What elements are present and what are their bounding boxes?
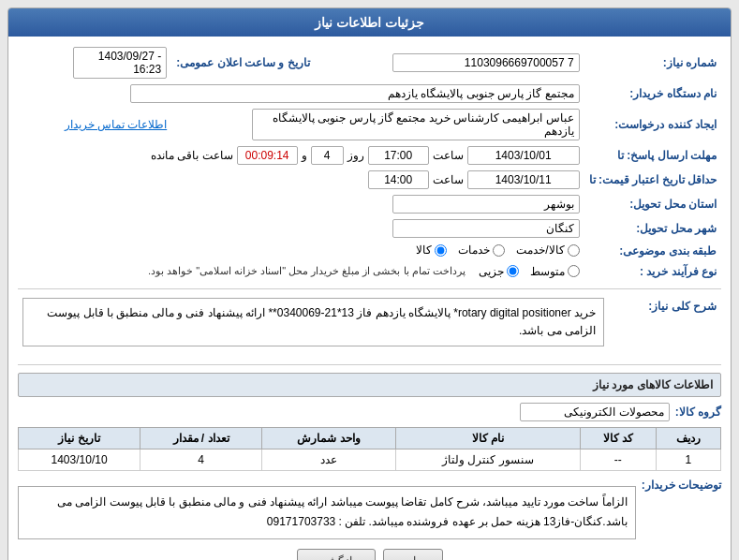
sharh-koli-label: شرح کلی نیاز:	[609, 295, 721, 357]
cell-tarikh: 1403/10/10	[19, 449, 140, 470]
hadaq-date: 1403/10/11	[467, 170, 580, 189]
products-table: ردیف کد کالا نام کالا واحد شمارش تعداد /…	[18, 427, 721, 471]
print-button[interactable]: چاپ	[383, 549, 443, 560]
products-header: اطلاعات کالاهای مورد نیاز	[18, 373, 721, 397]
nam-dastgah-value: مجتمع گاز پارس جنوبی پالایشگاه یازدهم	[130, 84, 580, 103]
mohlat-saat-label: ساعت	[433, 149, 464, 162]
buyer-notes-row: توضیحات خریدار: الزاماً ساخت مورد تایید …	[18, 479, 721, 539]
hadaq-time: 14:00	[368, 170, 429, 189]
cell-vahed: عدد	[262, 449, 396, 470]
group-kala-label: گروه کالا:	[675, 405, 721, 419]
mohlat-roz-value: 4	[311, 146, 344, 165]
col-tarikh: تاریخ نیاز	[19, 427, 140, 449]
col-radif: ردیف	[656, 427, 720, 449]
ijad-konande-label: ایجاد کننده درخواست:	[584, 106, 721, 143]
shahr-value: کنگان	[392, 219, 580, 238]
radio-motavaset[interactable]: متوسط	[530, 265, 580, 278]
table-row: 1--سنسور کنترل ولتاژعدد41403/10/10	[19, 449, 721, 470]
col-name-kala: نام کالا	[395, 427, 580, 449]
mohlat-date: 1403/10/01	[467, 146, 580, 165]
mohlat-ersal-label: مهلت ارسال پاسخ: تا	[584, 143, 721, 168]
tarikh-ijad-value: 1403/09/27 - 16:23	[73, 47, 167, 79]
buyer-notes-label: توضیحات خریدار:	[642, 479, 721, 492]
mohlat-va: و	[302, 149, 307, 162]
ijad-konande-value: عباس ابراهیمی کارشناس خرید مجتمع گاز پار…	[252, 109, 580, 140]
back-button[interactable]: بازگشت	[297, 549, 376, 560]
shomara-niaz-value: 1103096669700057 7	[392, 53, 580, 72]
cell-radif: 1	[656, 449, 720, 470]
page-title: جزئیات اطلاعات نیاز	[8, 8, 731, 37]
cell-tedad: 4	[140, 449, 262, 470]
btn-row: چاپ بازگشت	[18, 549, 721, 560]
radio-khadamat[interactable]: خدمات	[458, 243, 505, 257]
shomara-niaz-label: شماره نیاز:	[584, 44, 721, 81]
parda-note: پرداخت تمام با بخشی از مبلغ خریدار محل "…	[148, 265, 466, 277]
tarikh-ijad-label: تاریخ و ساعت اعلان عمومی:	[171, 44, 314, 81]
nooe-farayand-label: نوع فرآیند خرید :	[584, 262, 721, 281]
nam-dastgah-label: نام دستگاه خریدار:	[584, 81, 721, 106]
divider-1	[18, 288, 721, 289]
sharh-koli-table: شرح کلی نیاز: خرید rotary digital positi…	[18, 295, 721, 357]
group-kala-value: محصولات الکترونیکی	[520, 403, 670, 421]
ettelaat-tamas-link[interactable]: اطلاعات تماس خریدار	[65, 118, 168, 131]
tabaqa-radio-group: کالا/خدمت خدمات کالا	[416, 243, 579, 257]
cell-kod_kala: --	[580, 449, 656, 470]
ostan-value: بوشهر	[392, 195, 580, 214]
shahr-label: شهر محل تحویل:	[584, 216, 721, 241]
mohlat-countdown: 00:09:14	[237, 146, 298, 165]
products-section: اطلاعات کالاهای مورد نیاز گروه کالا: محص…	[18, 373, 721, 471]
mohlat-time: 17:00	[368, 146, 429, 165]
hadaq-saat-label: ساعت	[433, 173, 464, 186]
farayand-radio-group: متوسط جزیی	[479, 265, 580, 278]
col-vahed: واحد شمارش	[262, 427, 396, 449]
col-kod-kala: کد کالا	[580, 427, 656, 449]
hadaq-label: حداقل تاریخ اعتبار قیمت: تا	[584, 168, 721, 192]
col-tedad: تعداد / مقدار	[140, 427, 262, 449]
radio-kala-khadamat[interactable]: کالا/خدمت	[516, 243, 579, 257]
sharh-koli-text: خرید rotary digital positioner* پالایشگا…	[22, 298, 604, 346]
info-table: شماره نیاز: 1103096669700057 7 تاریخ و س…	[18, 44, 721, 281]
radio-jozi[interactable]: جزیی	[479, 265, 519, 278]
ostan-label: استان محل تحویل:	[584, 192, 721, 216]
mohlat-roz-label: روز	[347, 149, 364, 162]
cell-name_kala: سنسور کنترل ولتاژ	[395, 449, 580, 470]
buyer-notes-text: الزاماً ساخت مورد تایید میباشد، شرح کامل…	[18, 486, 636, 539]
mohlat-baqi-label: ساعت باقی مانده	[151, 149, 233, 162]
divider-2	[18, 364, 721, 365]
radio-kala[interactable]: کالا	[416, 243, 447, 257]
tabaqa-label: طبقه بندی موضوعی:	[584, 241, 721, 262]
